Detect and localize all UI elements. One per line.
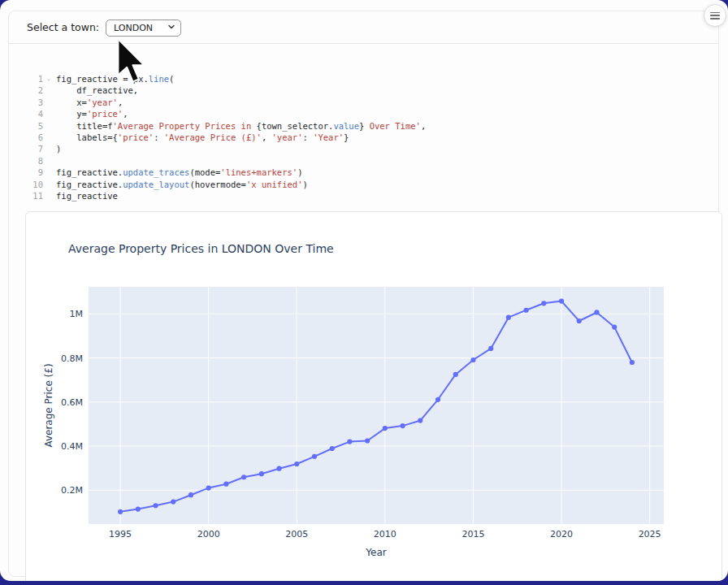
line-number: 11 — [25, 190, 43, 202]
fold-chevron-icon[interactable]: ⌄ — [43, 73, 54, 84]
code-line[interactable]: 6 labels={'price': 'Average Price (£)', … — [25, 132, 722, 143]
fold-chevron-icon — [43, 120, 54, 132]
line-number: 1 — [25, 73, 43, 84]
plotly-line-chart[interactable]: 0.2M0.4M0.6M0.8M1M1995200020052010201520… — [26, 212, 722, 581]
code-token: y= — [56, 109, 87, 119]
chart-output-cell: 0.2M0.4M0.6M0.8M1M1995200020052010201520… — [25, 211, 722, 581]
hamburger-menu-icon — [710, 12, 720, 20]
code-editor[interactable]: 1⌄fig_reactive = px.line(2 df_reactive,3… — [25, 73, 722, 203]
line-number: 7 — [25, 143, 43, 154]
code-text: x='year', — [54, 97, 123, 108]
svg-text:Year: Year — [365, 547, 386, 558]
svg-text:2015: 2015 — [462, 529, 484, 540]
code-line[interactable]: 2 df_reactive, — [25, 84, 722, 96]
fold-chevron-icon — [43, 167, 54, 178]
notebook-frame: Select a town: LONDON 1⌄fig_reactive = p… — [8, 11, 719, 577]
fold-chevron-icon — [43, 84, 54, 96]
code-token: fig_reactive = px. — [56, 74, 149, 84]
svg-text:Average Property Prices in LON: Average Property Prices in LONDON Over T… — [68, 242, 334, 255]
notebook-menu-button[interactable] — [704, 4, 726, 27]
code-text: fig_reactive.update_traces(mode='lines+m… — [54, 167, 302, 178]
code-token: , — [123, 109, 128, 119]
svg-text:Average Price (£): Average Price (£) — [43, 363, 54, 447]
code-token: ) — [302, 180, 307, 189]
code-token: : — [154, 132, 164, 142]
fold-chevron-icon — [43, 190, 54, 202]
code-token: 'x unified' — [246, 180, 303, 189]
code-text: ) — [54, 143, 61, 154]
svg-text:2025: 2025 — [639, 529, 661, 540]
code-token: (mode= — [189, 167, 220, 177]
svg-text:2000: 2000 — [197, 529, 220, 540]
code-line[interactable]: 10fig_reactive.update_layout(hovermode='… — [25, 179, 722, 190]
code-line[interactable]: 1⌄fig_reactive = px.line( — [25, 73, 722, 84]
svg-text:0.8M: 0.8M — [61, 353, 83, 364]
code-line[interactable]: 8 — [25, 155, 722, 167]
code-token: 'year' — [87, 98, 118, 107]
town-select-wrap: LONDON — [106, 19, 181, 37]
code-token: fig_reactive — [56, 191, 118, 201]
code-token: (hovermode= — [189, 180, 246, 189]
code-text: df_reactive, — [54, 84, 138, 96]
code-token: labels={ — [56, 132, 118, 142]
code-token: } — [344, 132, 349, 142]
town-selector-cell: Select a town: LONDON — [9, 11, 718, 44]
code-text: labels={'price': 'Average Price (£)', 'y… — [54, 132, 349, 143]
line-number: 3 — [25, 97, 43, 108]
code-token: , — [421, 121, 426, 131]
fold-chevron-icon — [43, 155, 54, 167]
town-selector-label: Select a town: — [27, 21, 99, 33]
line-number: 6 — [25, 132, 43, 143]
code-token: Over Time' — [364, 121, 421, 131]
code-text: fig_reactive = px.line( — [54, 73, 174, 84]
code-token: , — [262, 132, 272, 142]
code-token: 'year' — [272, 132, 303, 142]
code-token: 'Year' — [313, 132, 344, 142]
code-line[interactable]: 4 y='price', — [25, 108, 722, 119]
code-token: 'Average Property Prices in — [113, 121, 257, 131]
code-line[interactable]: 7) — [25, 143, 722, 154]
code-text: title=f'Average Property Prices in {town… — [54, 120, 426, 132]
code-token: value — [333, 121, 359, 131]
code-text — [54, 155, 56, 167]
code-token: ) — [56, 144, 61, 154]
code-token: update_traces — [123, 167, 189, 177]
svg-text:2010: 2010 — [374, 529, 396, 540]
code-token: title=f — [56, 121, 113, 131]
code-token: , — [118, 98, 123, 107]
code-token: fig_reactive. — [56, 167, 123, 177]
code-line[interactable]: 11fig_reactive — [25, 190, 722, 202]
svg-text:1M: 1M — [70, 309, 84, 319]
fold-chevron-icon — [43, 143, 54, 154]
code-token: line — [149, 74, 169, 84]
town-select-dropdown[interactable]: LONDON — [106, 20, 181, 37]
svg-text:0.4M: 0.4M — [61, 441, 83, 452]
svg-text:0.2M: 0.2M — [61, 485, 83, 496]
notebook-page: Select a town: LONDON 1⌄fig_reactive = p… — [0, 0, 728, 581]
code-token: ( — [169, 74, 174, 84]
fold-chevron-icon — [43, 179, 54, 190]
svg-text:2005: 2005 — [285, 529, 308, 540]
code-text: y='price', — [54, 108, 128, 119]
svg-text:1995: 1995 — [109, 529, 132, 540]
line-number: 9 — [25, 167, 43, 178]
fold-chevron-icon — [43, 132, 54, 143]
code-token: 'price' — [87, 109, 123, 119]
code-line[interactable]: 9fig_reactive.update_traces(mode='lines+… — [25, 167, 722, 178]
code-token: : — [302, 132, 313, 142]
code-line[interactable]: 3 x='year', — [25, 97, 722, 108]
line-number: 5 — [25, 120, 43, 132]
svg-text:2020: 2020 — [550, 529, 573, 540]
code-token: 'Average Price (£)' — [164, 132, 262, 142]
code-token: ) — [297, 167, 302, 177]
code-token: x= — [56, 98, 87, 107]
code-token: 'lines+markers' — [220, 167, 297, 177]
code-line[interactable]: 5 title=f'Average Property Prices in {to… — [25, 120, 722, 132]
fold-chevron-icon — [43, 97, 54, 108]
code-text: fig_reactive — [54, 190, 118, 202]
svg-text:0.6M: 0.6M — [61, 397, 83, 408]
line-number: 2 — [25, 84, 43, 96]
line-number: 8 — [25, 155, 43, 167]
fold-chevron-icon — [43, 108, 54, 119]
line-number: 4 — [25, 108, 43, 119]
